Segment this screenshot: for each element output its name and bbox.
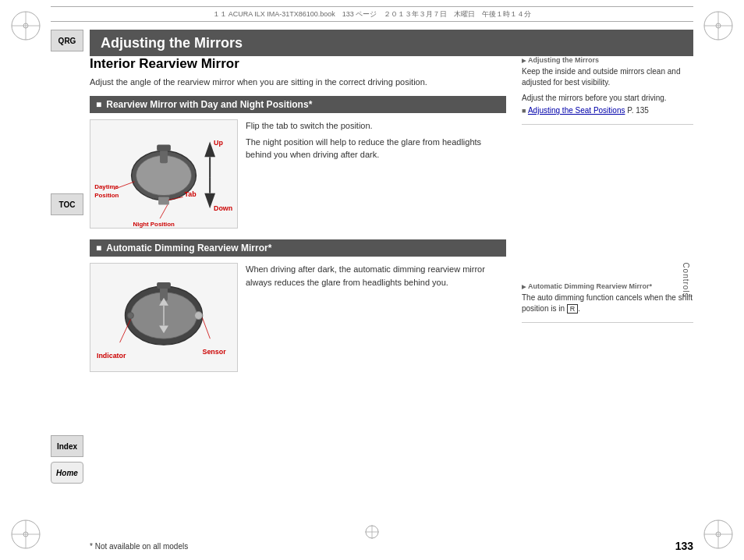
hint1-title: Adjusting the Mirrors: [522, 56, 693, 64]
corner-decoration-tr: [699, 6, 738, 45]
sidebar-left: QRG TOC Index Home: [51, 30, 90, 485]
subsection2-diagram-container: Indicator Sensor When driving after dark…: [90, 263, 506, 372]
svg-text:Indicator: Indicator: [97, 352, 126, 360]
svg-text:Daytime: Daytime: [94, 183, 119, 190]
home-button[interactable]: Home: [51, 462, 83, 484]
svg-line-45: [202, 318, 210, 339]
qrg-button[interactable]: QRG: [51, 30, 83, 51]
mirror-day-night-svg: Tab Up Down Daytime Position Night Posit…: [90, 120, 237, 228]
hint1-text2: Adjust the mirrors before you start driv…: [522, 93, 693, 104]
bottom-crosshair: [360, 520, 384, 546]
svg-text:Position: Position: [94, 192, 119, 199]
index-button[interactable]: Index: [51, 435, 83, 457]
rearview-mirror-diagram: Tab Up Down Daytime Position Night Posit…: [90, 119, 238, 229]
footer: * Not available on all models 133: [90, 540, 693, 552]
right-column: Adjusting the Mirrors Keep the inside an…: [522, 56, 693, 383]
svg-text:Night Position: Night Position: [133, 221, 175, 228]
corner-decoration-bl: [6, 515, 45, 554]
toc-button[interactable]: TOC: [51, 193, 83, 215]
footnote: * Not available on all models: [90, 541, 188, 552]
auto-dimming-mirror-diagram: Indicator Sensor: [90, 263, 238, 372]
subsection2-header: Automatic Dimming Rearview Mirror*: [90, 239, 506, 257]
page-number: 133: [675, 540, 693, 552]
main-content: Interior Rearview Mirror Adjust the angl…: [90, 56, 693, 533]
svg-line-43: [120, 320, 131, 343]
hint2-r-badge: R: [567, 304, 579, 314]
page-title: Adjusting the Mirrors: [101, 35, 243, 51]
hint-block-2: Automatic Dimming Rearview Mirror* The a…: [522, 282, 693, 323]
left-column: Interior Rearview Mirror Adjust the angl…: [90, 56, 506, 383]
svg-rect-37: [157, 282, 171, 289]
content-columns: Interior Rearview Mirror Adjust the angl…: [90, 56, 693, 383]
svg-point-39: [127, 313, 133, 319]
svg-text:Sensor: Sensor: [202, 348, 226, 356]
subsection1-diagram-container: Tab Up Down Daytime Position Night Posit…: [90, 119, 506, 229]
svg-point-38: [195, 312, 203, 320]
svg-text:Up: Up: [214, 139, 223, 147]
subsection1-header: Rearview Mirror with Day and Night Posit…: [90, 96, 506, 113]
svg-rect-18: [160, 150, 168, 164]
subsection1-text: Flip the tab to switch the position. The…: [246, 119, 506, 229]
svg-text:Tab: Tab: [185, 190, 197, 198]
hint1-link[interactable]: Adjusting the Seat Positions: [528, 106, 625, 115]
header-text: １１ ACURA ILX IMA-31TX86100.book 133 ページ …: [213, 9, 532, 19]
mirror-auto-dim-svg: Indicator Sensor: [90, 264, 237, 371]
hint2-text: The auto dimming function cancels when t…: [522, 292, 693, 314]
svg-rect-19: [157, 145, 171, 151]
hint-block-1: Adjusting the Mirrors Keep the inside an…: [522, 56, 693, 125]
corner-decoration-br: [699, 515, 738, 554]
hint1-text1: Keep the inside and outside mirrors clea…: [522, 66, 693, 88]
section-title: Interior Rearview Mirror: [90, 56, 506, 72]
hint1-page: P. 135: [627, 106, 649, 115]
svg-rect-20: [158, 197, 169, 205]
hint2-title: Automatic Dimming Rearview Mirror*: [522, 282, 693, 290]
hint1-link-container: ■ Adjusting the Seat Positions P. 135: [522, 105, 693, 116]
header-bar: １１ ACURA ILX IMA-31TX86100.book 133 ページ …: [51, 6, 693, 22]
svg-text:Down: Down: [214, 205, 232, 213]
svg-line-32: [160, 205, 168, 219]
title-bar: Adjusting the Mirrors: [90, 30, 693, 56]
intro-text: Adjust the angle of the rearview mirror …: [90, 76, 506, 88]
corner-decoration-tl: [6, 6, 45, 45]
subsection2-text: When driving after dark, the automatic d…: [246, 263, 506, 372]
